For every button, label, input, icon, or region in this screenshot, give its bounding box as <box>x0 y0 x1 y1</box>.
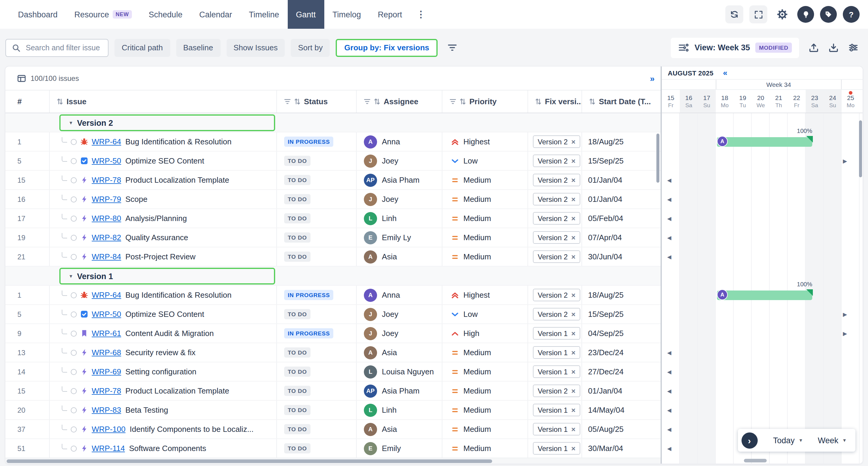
start-date[interactable]: 01/Jan/04 <box>582 381 660 400</box>
column-header-fix-versi[interactable]: Fix versi... <box>528 91 582 112</box>
issue-cell[interactable]: WRP-83 Beta Testing <box>50 401 277 419</box>
status-cell[interactable]: TO DO <box>277 152 357 170</box>
upload-icon[interactable] <box>809 42 819 53</box>
issue-key-link[interactable]: WRP-61 <box>92 329 121 338</box>
issue-summary[interactable]: Analysis/Planning <box>125 214 187 223</box>
table-row[interactable]: 15 WRP-78 Product Localization Template … <box>5 171 660 190</box>
gantt-vertical-scrollbar[interactable] <box>859 121 862 177</box>
jump-forward-icon[interactable]: › <box>741 432 757 448</box>
status-circle-icon[interactable] <box>71 234 77 240</box>
sort-by-button[interactable]: Sort by <box>291 39 330 57</box>
scroll-to-bar-left-arrow[interactable]: ◀ <box>667 177 671 183</box>
show-issues-button[interactable]: Show Issues <box>226 39 285 57</box>
fix-version-chip[interactable]: Version 2 × <box>533 231 580 244</box>
scroll-to-bar-left-arrow[interactable]: ◀ <box>667 350 671 356</box>
remove-icon[interactable]: × <box>571 253 576 260</box>
table-row[interactable]: 19 WRP-82 Quality Assurance TO DO E Emil… <box>5 228 660 247</box>
scroll-to-bar-left-arrow[interactable]: ◀ <box>667 215 671 222</box>
status-cell[interactable]: TO DO <box>277 209 357 228</box>
remove-icon[interactable]: × <box>571 368 576 375</box>
issue-key-link[interactable]: WRP-68 <box>92 348 121 357</box>
tab-timeline[interactable]: Timeline <box>240 0 287 29</box>
status-badge[interactable]: IN PROGRESS <box>284 328 334 338</box>
fix-version-cell[interactable]: Version 1 × <box>528 343 582 362</box>
status-circle-icon[interactable] <box>71 158 77 164</box>
priority-cell[interactable]: Low <box>442 152 528 170</box>
chevron-down-icon[interactable]: ▾ <box>69 120 72 126</box>
issue-summary[interactable]: Security review & fix <box>125 348 195 357</box>
start-date[interactable]: 30/Mar/04 <box>582 439 660 458</box>
today-button[interactable]: Today ▾ <box>773 436 802 445</box>
start-date[interactable]: 01/Jan/04 <box>582 190 660 208</box>
scroll-to-bar-left-arrow[interactable]: ◀ <box>667 446 671 452</box>
fix-version-cell[interactable]: Version 2 × <box>528 152 582 170</box>
assignee-cell[interactable]: E Emily <box>357 439 442 458</box>
status-badge[interactable]: TO DO <box>284 309 311 319</box>
status-cell[interactable]: TO DO <box>277 343 357 362</box>
issue-summary[interactable]: Optimize SEO Content <box>125 156 204 165</box>
column-header-status[interactable]: Status <box>277 91 357 112</box>
status-circle-icon[interactable] <box>71 311 77 317</box>
sort-icon[interactable] <box>460 98 466 105</box>
remove-icon[interactable]: × <box>571 406 576 413</box>
fix-version-cell[interactable]: Version 2 × <box>528 381 582 400</box>
tag-icon[interactable] <box>820 6 837 23</box>
table-row[interactable]: 15 WRP-78 Product Localization Template … <box>5 381 660 401</box>
fix-version-chip[interactable]: Version 1 × <box>533 404 580 416</box>
status-badge[interactable]: TO DO <box>284 386 311 396</box>
remove-icon[interactable]: × <box>571 349 576 356</box>
remove-icon[interactable]: × <box>571 330 576 337</box>
issue-summary[interactable]: Software Components <box>129 444 206 453</box>
priority-cell[interactable]: Medium <box>442 343 528 362</box>
status-cell[interactable]: TO DO <box>277 420 357 438</box>
status-badge[interactable]: TO DO <box>284 232 311 242</box>
status-badge[interactable]: TO DO <box>284 175 311 185</box>
status-badge[interactable]: IN PROGRESS <box>284 290 334 300</box>
gear-icon[interactable] <box>773 5 791 23</box>
remove-icon[interactable]: × <box>571 291 576 299</box>
status-circle-icon[interactable] <box>71 215 77 221</box>
status-circle-icon[interactable] <box>71 196 77 202</box>
tab-timelog[interactable]: Timelog <box>324 0 369 29</box>
sort-icon[interactable] <box>294 98 300 105</box>
table-row[interactable]: 37 WRP-100 Identify Components to be Loc… <box>5 420 660 439</box>
start-date[interactable]: 18/Aug/25 <box>582 286 660 304</box>
remove-icon[interactable]: × <box>571 157 576 164</box>
issue-cell[interactable]: WRP-50 Optimize SEO Content <box>50 305 277 324</box>
fix-version-cell[interactable]: Version 2 × <box>528 209 582 228</box>
issue-key-link[interactable]: WRP-64 <box>92 291 121 299</box>
issue-key-link[interactable]: WRP-100 <box>92 425 126 434</box>
issue-summary[interactable]: Post-Project Review <box>125 252 195 261</box>
fix-version-chip[interactable]: Version 2 × <box>533 385 580 397</box>
status-circle-icon[interactable] <box>71 177 77 183</box>
table-horizontal-scrollbar-thumb[interactable] <box>7 459 492 463</box>
baseline-button[interactable]: Baseline <box>176 39 220 57</box>
fix-version-cell[interactable]: Version 1 × <box>528 420 582 438</box>
issue-key-link[interactable]: WRP-78 <box>92 386 121 395</box>
assignee-cell[interactable]: J Joey <box>357 152 442 170</box>
priority-cell[interactable]: Medium <box>442 362 528 381</box>
fix-version-cell[interactable]: Version 2 × <box>528 132 582 151</box>
fix-version-chip[interactable]: Version 2 × <box>533 289 580 301</box>
group-row[interactable]: ▾Version 2 <box>5 113 660 132</box>
download-icon[interactable] <box>829 42 839 53</box>
issue-summary[interactable]: Beta Testing <box>125 405 168 414</box>
remove-icon[interactable]: × <box>571 445 576 452</box>
issue-summary[interactable]: Content Audit & Migration <box>125 329 214 338</box>
start-date[interactable]: 15/Sep/25 <box>582 305 660 324</box>
status-circle-icon[interactable] <box>71 445 77 451</box>
assignee-cell[interactable]: AP Asia Pham <box>357 171 442 189</box>
assignee-cell[interactable]: J Joey <box>357 324 442 343</box>
status-badge[interactable]: TO DO <box>284 213 311 224</box>
issue-key-link[interactable]: WRP-83 <box>92 405 121 414</box>
status-circle-icon[interactable] <box>71 292 77 298</box>
start-date[interactable]: 30/Jun/04 <box>582 247 660 266</box>
issue-summary[interactable]: Bug Identification & Resolution <box>125 137 231 146</box>
fix-version-chip[interactable]: Version 1 × <box>533 346 580 359</box>
table-row[interactable]: 17 WRP-80 Analysis/Planning TO DO L Linh… <box>5 209 660 228</box>
group-row[interactable]: ▾Version 1 <box>5 267 660 286</box>
status-circle-icon[interactable] <box>71 426 77 432</box>
issue-cell[interactable]: WRP-64 Bug Identification & Resolution <box>50 132 277 151</box>
search-input[interactable] <box>25 43 102 53</box>
remove-icon[interactable]: × <box>571 196 576 203</box>
